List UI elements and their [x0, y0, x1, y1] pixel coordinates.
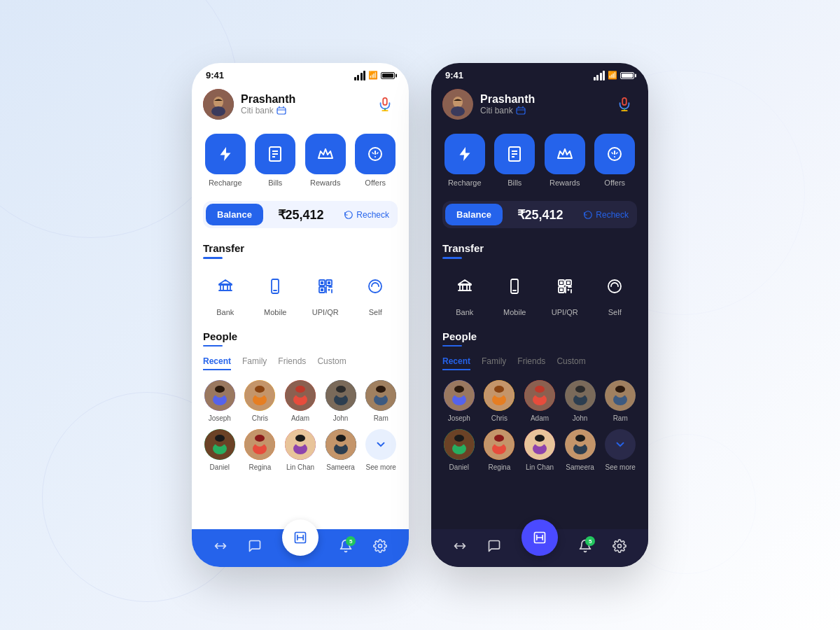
transfer-icon-bank: [208, 269, 243, 304]
recheck-button[interactable]: Recheck: [578, 206, 634, 224]
person-avatar: [444, 380, 475, 411]
people-tab-custom[interactable]: Custom: [556, 356, 585, 370]
svg-rect-4: [277, 108, 286, 114]
phone-dark: 9:41 📶: [431, 63, 648, 567]
wifi-icon: 📶: [368, 71, 378, 80]
balance-card: Balance ₹25,412 Recheck: [203, 201, 398, 228]
nav-scan-center[interactable]: [522, 519, 558, 556]
signal-icon: [594, 71, 606, 80]
status-bar: 9:41 📶: [192, 63, 409, 83]
svg-point-56: [255, 435, 265, 442]
person-name: Daniel: [449, 463, 469, 471]
nav-bell[interactable]: 5: [339, 539, 353, 553]
user-name: Prashanth: [241, 93, 295, 106]
svg-point-72: [451, 106, 465, 116]
transfer-label-self: Self: [369, 308, 382, 316]
action-icon-recharge: [444, 134, 485, 174]
svg-point-52: [215, 435, 225, 442]
action-bills[interactable]: Bills: [493, 134, 538, 187]
people-row1: Joseph Chris Adam: [203, 380, 398, 422]
action-rewards[interactable]: Rewards: [303, 134, 348, 187]
person-joseph[interactable]: Joseph: [203, 380, 237, 422]
mic-button[interactable]: [612, 92, 637, 117]
person-sameera[interactable]: Sameera: [564, 429, 597, 471]
balance-tab[interactable]: Balance: [206, 204, 263, 225]
balance-tab[interactable]: Balance: [445, 204, 503, 225]
nav-gear[interactable]: [373, 539, 387, 553]
nav-scan-center[interactable]: [282, 519, 318, 556]
recheck-button[interactable]: Recheck: [338, 206, 395, 224]
phone-light: 9:41 📶: [192, 63, 409, 567]
people-tab-family[interactable]: Family: [482, 356, 506, 370]
person-daniel[interactable]: Daniel: [442, 429, 476, 471]
person-see-more[interactable]: See more: [364, 429, 398, 471]
person-chris[interactable]: Chris: [483, 380, 517, 422]
person-adam[interactable]: Adam: [523, 380, 556, 422]
action-bills[interactable]: Bills: [253, 134, 298, 187]
person-regina[interactable]: Regina: [244, 429, 277, 471]
mic-button[interactable]: [372, 92, 398, 117]
transfer-icon-upiqr: [308, 269, 343, 304]
person-adam[interactable]: Adam: [284, 380, 317, 422]
transfer-label-upiqr: UPI/QR: [312, 308, 339, 316]
action-recharge[interactable]: Recharge: [442, 134, 487, 187]
people-tab-family[interactable]: Family: [242, 356, 267, 370]
person-avatar: [326, 380, 356, 411]
nav-bell[interactable]: 5: [578, 539, 592, 553]
person-lin-chan[interactable]: Lin Chan: [284, 429, 317, 471]
transfer-self[interactable]: Self: [354, 269, 398, 316]
person-name: John: [333, 414, 349, 422]
svg-rect-89: [560, 281, 563, 284]
transfer-bank[interactable]: Bank: [203, 269, 248, 316]
people-tab-recent[interactable]: Recent: [203, 356, 231, 370]
people-tab-recent[interactable]: Recent: [442, 356, 470, 370]
svg-point-134: [575, 435, 585, 442]
nav-transfer[interactable]: [214, 539, 227, 553]
svg-rect-19: [321, 281, 323, 284]
nav-chat[interactable]: [487, 539, 501, 553]
user-name: Prashanth: [480, 93, 535, 106]
people-tabs: RecentFamilyFriendsCustom: [442, 356, 637, 370]
people-tab-friends[interactable]: Friends: [278, 356, 306, 370]
person-ram[interactable]: Ram: [603, 380, 637, 422]
person-lin-chan[interactable]: Lin Chan: [523, 429, 556, 471]
svg-point-126: [494, 435, 504, 442]
transfer-self[interactable]: Self: [593, 269, 638, 316]
action-label-offers: Offers: [604, 178, 625, 187]
svg-rect-74: [517, 108, 525, 114]
person-see-more[interactable]: See more: [603, 429, 637, 471]
nav-transfer[interactable]: [453, 539, 467, 553]
person-ram[interactable]: Ram: [364, 380, 398, 422]
person-joseph[interactable]: Joseph: [442, 380, 476, 422]
people-section: PeopleRecentFamilyFriendsCustom Joseph C…: [203, 330, 398, 472]
person-sameera[interactable]: Sameera: [324, 429, 358, 471]
action-offers[interactable]: Offers: [593, 134, 638, 187]
person-regina[interactable]: Regina: [483, 429, 517, 471]
transfer-icon-self: [358, 269, 393, 304]
status-time: 9:41: [206, 70, 224, 80]
person-avatar: [285, 429, 316, 460]
person-name: John: [573, 414, 588, 422]
people-tab-custom[interactable]: Custom: [317, 356, 346, 370]
people-row2: Daniel Regina Lin: [442, 429, 637, 471]
action-offers[interactable]: Offers: [354, 134, 398, 187]
transfer-upiqr[interactable]: UPI/QR: [542, 269, 587, 316]
action-icon-bills: [494, 134, 535, 174]
people-tab-friends[interactable]: Friends: [517, 356, 545, 370]
person-daniel[interactable]: Daniel: [203, 429, 237, 471]
nav-chat[interactable]: [248, 539, 262, 553]
person-chris[interactable]: Chris: [244, 380, 277, 422]
transfer-upiqr[interactable]: UPI/QR: [303, 269, 348, 316]
transfer-mobile[interactable]: Mobile: [493, 269, 538, 316]
person-john[interactable]: John: [564, 380, 597, 422]
transfer-label-bank: Bank: [216, 308, 234, 316]
nav-gear[interactable]: [612, 539, 626, 553]
svg-point-3: [214, 97, 223, 106]
person-john[interactable]: John: [324, 380, 358, 422]
transfer-bank[interactable]: Bank: [442, 269, 487, 316]
transfer-mobile[interactable]: Mobile: [253, 269, 298, 316]
action-rewards[interactable]: Rewards: [542, 134, 587, 187]
svg-rect-91: [567, 281, 570, 284]
action-recharge[interactable]: Recharge: [203, 134, 248, 187]
person-avatar: [484, 380, 514, 411]
